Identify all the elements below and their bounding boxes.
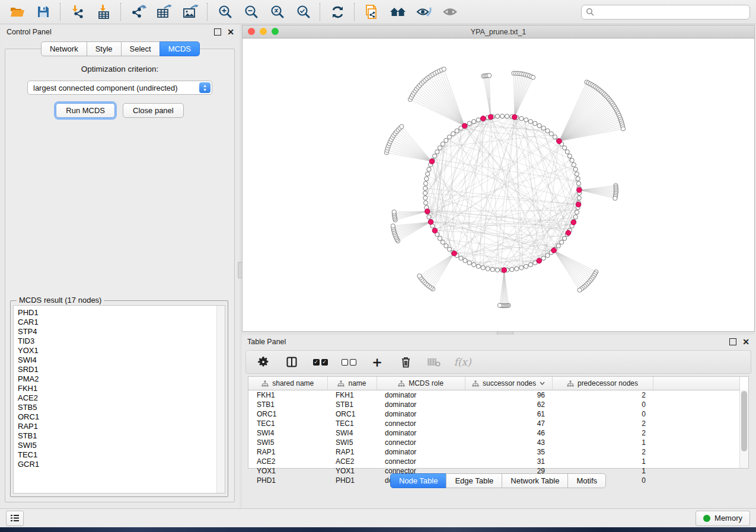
graph-node[interactable] xyxy=(572,163,576,167)
graph-node[interactable] xyxy=(537,123,541,127)
graph-node[interactable] xyxy=(423,196,428,200)
add-column-button[interactable]: ＋ xyxy=(369,354,385,370)
column-header[interactable]: MCDS role xyxy=(377,377,465,390)
graph-node-mcds[interactable] xyxy=(502,268,507,273)
search-input[interactable] xyxy=(597,7,745,17)
graph-node[interactable] xyxy=(576,177,580,181)
graph-node[interactable] xyxy=(541,256,546,260)
table-scrollbar[interactable] xyxy=(739,390,748,468)
graph-node[interactable] xyxy=(528,262,532,267)
graph-node[interactable] xyxy=(621,127,625,131)
graph-node[interactable] xyxy=(447,135,451,139)
graph-node[interactable] xyxy=(467,261,471,265)
graph-node[interactable] xyxy=(476,118,480,122)
graph-node[interactable] xyxy=(444,243,448,248)
graph-node[interactable] xyxy=(528,120,532,124)
float-table-panel-icon[interactable] xyxy=(729,338,736,345)
graph-node[interactable] xyxy=(423,191,427,195)
graph-node[interactable] xyxy=(524,118,528,122)
graph-node-mcds[interactable] xyxy=(452,251,457,256)
tab-select[interactable]: Select xyxy=(121,41,160,56)
graph-node[interactable] xyxy=(524,264,528,268)
mcds-result-item[interactable]: TID3 xyxy=(18,336,225,346)
close-panel-icon[interactable]: ✕ xyxy=(227,29,234,35)
graph-node[interactable] xyxy=(553,135,557,139)
column-header[interactable]: name xyxy=(327,377,377,390)
export-table-button[interactable] xyxy=(153,2,176,22)
column-header[interactable]: successor nodes xyxy=(465,377,552,390)
graph-node-mcds[interactable] xyxy=(537,258,542,264)
graph-node[interactable] xyxy=(463,258,467,262)
graph-node-mcds[interactable] xyxy=(576,202,581,207)
select-all-button[interactable]: ✓✓ xyxy=(312,354,328,370)
graph-node[interactable] xyxy=(576,181,580,185)
graph-node[interactable] xyxy=(438,236,442,241)
network-titlebar[interactable]: YPA_prune.txt_1 xyxy=(243,25,754,39)
graph-node[interactable] xyxy=(531,75,535,79)
zoom-selected-button[interactable] xyxy=(292,2,314,22)
delete-table-button[interactable] xyxy=(426,354,442,370)
table-row[interactable]: ACE2ACE2connector311 xyxy=(248,457,740,466)
graph-node[interactable] xyxy=(438,146,442,150)
graph-node[interactable] xyxy=(519,265,524,270)
graph-node[interactable] xyxy=(490,267,495,271)
graph-node[interactable] xyxy=(391,224,395,228)
mcds-result-item[interactable]: ORC1 xyxy=(18,412,225,422)
graph-node-mcds[interactable] xyxy=(429,159,435,164)
graph-node[interactable] xyxy=(495,114,499,118)
graph-node[interactable] xyxy=(575,172,579,176)
graph-node[interactable] xyxy=(546,254,550,258)
minimize-window-icon[interactable] xyxy=(260,28,267,35)
column-header[interactable]: shared name xyxy=(248,377,327,390)
graph-node[interactable] xyxy=(533,121,537,126)
save-session-button[interactable] xyxy=(32,2,55,22)
table-row[interactable]: STB1STB1dominator620 xyxy=(248,400,740,409)
show-all-button[interactable] xyxy=(439,2,461,22)
clone-network-button[interactable] xyxy=(361,2,383,22)
mcds-result-item[interactable]: SWI5 xyxy=(18,441,225,450)
tab-network[interactable]: Network xyxy=(41,41,87,56)
graph-node[interactable] xyxy=(578,288,582,292)
graph-node[interactable] xyxy=(565,150,569,154)
graph-node[interactable] xyxy=(556,243,560,248)
graph-node[interactable] xyxy=(400,124,404,129)
tab-motifs[interactable]: Motifs xyxy=(567,473,606,488)
graph-node-mcds[interactable] xyxy=(462,123,467,129)
graph-node[interactable] xyxy=(549,132,553,136)
mcds-result-item[interactable]: YOX1 xyxy=(18,346,225,355)
graph-node[interactable] xyxy=(519,116,524,120)
mcds-result-item[interactable]: STB1 xyxy=(18,431,225,441)
graph-node[interactable] xyxy=(573,167,578,171)
zoom-fit-button[interactable] xyxy=(266,2,288,22)
graph-node[interactable] xyxy=(570,158,574,162)
table-row[interactable]: SWI5SWI5connector431 xyxy=(248,438,740,447)
tab-node-table[interactable]: Node Table xyxy=(390,473,447,488)
refresh-view-button[interactable] xyxy=(326,2,349,22)
memory-button[interactable]: Memory xyxy=(696,511,750,526)
graph-node[interactable] xyxy=(423,181,428,185)
search-field-wrap[interactable] xyxy=(581,5,750,20)
zoom-out-button[interactable] xyxy=(240,2,262,22)
graph-node[interactable] xyxy=(423,186,428,190)
graph-node[interactable] xyxy=(575,210,579,214)
network-canvas[interactable] xyxy=(243,38,754,331)
graph-node[interactable] xyxy=(472,120,476,124)
hide-selected-button[interactable] xyxy=(413,2,435,22)
graph-node-mcds[interactable] xyxy=(571,220,576,225)
graph-node-mcds[interactable] xyxy=(432,228,438,233)
graph-node[interactable] xyxy=(447,247,451,251)
mcds-result-scrollbar[interactable] xyxy=(216,306,225,493)
function-builder-button[interactable]: f(x) xyxy=(455,354,470,370)
table-row[interactable]: TEC1TEC1connector472 xyxy=(248,419,740,428)
graph-node[interactable] xyxy=(435,150,439,154)
close-table-panel-icon[interactable]: ✕ xyxy=(742,339,749,345)
mcds-result-item[interactable]: RAP1 xyxy=(18,422,225,431)
export-image-button[interactable] xyxy=(179,2,202,22)
graph-node-mcds[interactable] xyxy=(425,209,430,214)
mcds-result-item[interactable]: SWI4 xyxy=(18,355,225,365)
tab-edge-table[interactable]: Edge Table xyxy=(446,473,502,488)
deselect-all-button[interactable] xyxy=(341,354,356,370)
mcds-result-item[interactable]: STB5 xyxy=(18,403,225,412)
open-file-button[interactable] xyxy=(6,2,28,22)
import-table-button[interactable] xyxy=(92,2,115,22)
